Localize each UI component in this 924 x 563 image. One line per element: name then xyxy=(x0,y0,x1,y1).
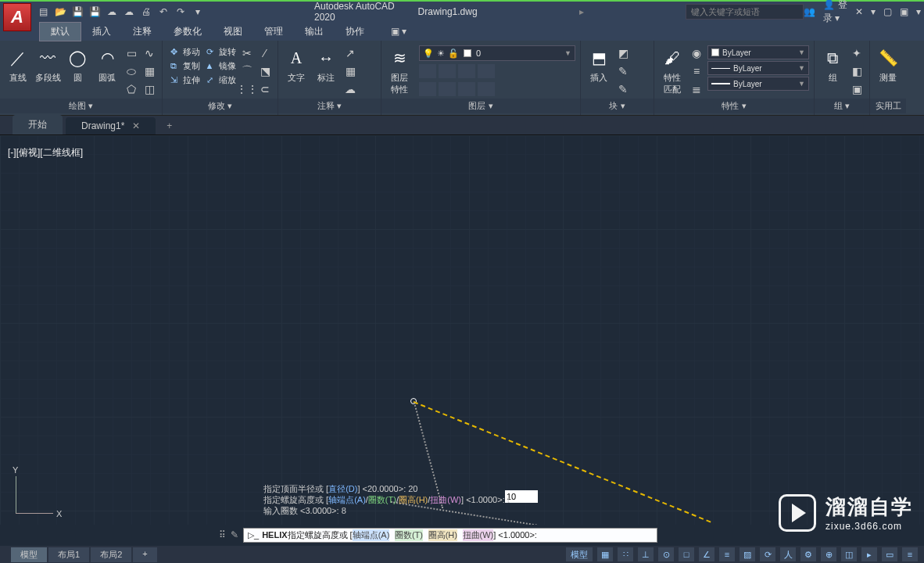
layer-uniso-icon[interactable] xyxy=(419,82,436,96)
cycling-icon[interactable]: ⟳ xyxy=(760,547,775,561)
layer-freeze-icon[interactable] xyxy=(439,64,456,78)
tab-manage[interactable]: 管理 xyxy=(253,23,294,41)
insert-button[interactable]: ⬒插入 xyxy=(586,45,612,84)
panel-annot-title[interactable]: 注释 ▾ xyxy=(278,99,381,113)
panel-block-title[interactable]: 块 ▾ xyxy=(581,99,654,113)
stretch-button[interactable]: ⇲拉伸 xyxy=(167,74,200,86)
status-model[interactable]: 模型 xyxy=(566,547,593,561)
cmd-customize-icon[interactable]: ✎ xyxy=(231,529,238,540)
scale-button[interactable]: ⤢缩放 xyxy=(203,74,236,86)
cloud-icon[interactable]: ☁ xyxy=(342,81,358,97)
matchprops-button[interactable]: 🖌特性 匹配 xyxy=(659,45,686,95)
tab-output[interactable]: 输出 xyxy=(294,23,335,41)
mirror-button[interactable]: ▲镜像 xyxy=(203,59,236,72)
snap-icon[interactable]: ∷ xyxy=(618,547,633,561)
save-icon[interactable]: 💾 xyxy=(70,5,84,19)
lineweight-icon[interactable]: ≣ xyxy=(689,81,704,97)
layer-dropdown[interactable]: 💡 ☀ 🔓 0 ▼ xyxy=(419,45,575,61)
tab-parametric[interactable]: 参数化 xyxy=(163,23,213,41)
layer-on-icon[interactable] xyxy=(458,82,475,96)
rect-icon[interactable]: ▭ xyxy=(124,45,139,61)
cleanscreen-icon[interactable]: ▭ xyxy=(882,547,897,561)
block-create-icon[interactable]: ◩ xyxy=(615,45,631,61)
dynamic-input[interactable]: 10 xyxy=(505,490,538,503)
region-icon[interactable]: ◫ xyxy=(141,81,157,97)
drawing-canvas[interactable]: [-][俯视][二维线框] 10 Y X xyxy=(0,135,924,525)
command-input[interactable]: ▷_ HELIX 指定螺旋高度或 [ 轴端点(A) 圈数(T) 圈高(H) 扭曲… xyxy=(243,528,657,543)
transparency-icon[interactable]: ▨ xyxy=(740,547,755,561)
layer-unlock-icon[interactable] xyxy=(478,82,495,96)
color-wheel-icon[interactable]: ◉ xyxy=(689,45,704,61)
layer-lock-icon[interactable] xyxy=(478,64,495,78)
panel-group-title[interactable]: 组 ▾ xyxy=(815,99,869,113)
linetype-icon[interactable]: ≡ xyxy=(689,63,704,79)
exchange-icon[interactable]: ✕ xyxy=(855,6,863,17)
arc-button[interactable]: ◠圆弧 xyxy=(94,45,120,84)
osnap-icon[interactable]: □ xyxy=(679,547,694,561)
fillet-icon[interactable]: ⌒ xyxy=(239,63,255,79)
measure-button[interactable]: 📏测量 xyxy=(875,45,901,84)
block-attr-icon[interactable]: ✎ xyxy=(615,81,631,97)
new-icon[interactable]: ▤ xyxy=(36,5,50,19)
group-sel-icon[interactable]: ▣ xyxy=(849,81,865,97)
redo-icon[interactable]: ↷ xyxy=(174,5,188,19)
lineweight-dropdown[interactable]: ByLayer▼ xyxy=(707,77,809,91)
ortho-icon[interactable]: ⊥ xyxy=(638,547,654,561)
saveas-icon[interactable]: 💾 xyxy=(88,5,102,19)
group-button[interactable]: ⧉组 xyxy=(819,45,846,84)
close-tab-icon[interactable]: ✕ xyxy=(132,120,140,131)
offset-icon[interactable]: ⊂ xyxy=(257,81,273,97)
annot-scale-icon[interactable]: 人 xyxy=(780,547,796,561)
move-button[interactable]: ✥移动 xyxy=(167,45,200,58)
group-edit-icon[interactable]: ◧ xyxy=(849,63,865,79)
table-icon[interactable]: ▦ xyxy=(342,63,358,79)
layer-iso-icon[interactable] xyxy=(419,64,436,78)
circle-button[interactable]: ◯圆 xyxy=(64,45,91,84)
cmd-handle-icon[interactable]: ⠿ xyxy=(219,529,226,540)
qat-dropdown-icon[interactable]: ▾ xyxy=(191,5,205,19)
dimension-button[interactable]: ↔标注 xyxy=(313,45,339,84)
tab-view[interactable]: 视图 xyxy=(213,23,253,41)
cloud-open-icon[interactable]: ☁ xyxy=(105,5,119,19)
plot-icon[interactable]: 🖨 xyxy=(139,5,153,19)
view-label[interactable]: [-][俯视][二维线框] xyxy=(8,146,83,160)
search-input[interactable]: 键入关键字或短语 xyxy=(686,4,804,20)
window-icon[interactable]: ▣ xyxy=(900,6,908,17)
overflow-icon[interactable]: ▾ xyxy=(916,6,921,17)
layer-thaw-icon[interactable] xyxy=(439,82,456,96)
app-logo-icon[interactable]: A xyxy=(3,3,31,31)
hardware-accel-icon[interactable]: ▸ xyxy=(861,547,877,561)
featured-apps-icon[interactable]: ▣ ▾ xyxy=(391,26,406,37)
add-tab-icon[interactable]: + xyxy=(159,117,180,134)
tab-insert[interactable]: 插入 xyxy=(81,23,122,41)
undo-icon[interactable]: ↶ xyxy=(156,5,170,19)
otrack-icon[interactable]: ∠ xyxy=(699,547,714,561)
polar-icon[interactable]: ⊙ xyxy=(658,547,674,561)
block-edit-icon[interactable]: ✎ xyxy=(615,63,631,79)
tab-annotate[interactable]: 注释 xyxy=(122,23,163,41)
help-dropdown-icon[interactable]: ▾ xyxy=(871,6,876,17)
tab-model[interactable]: 模型 xyxy=(11,547,47,562)
leader-icon[interactable]: ↗ xyxy=(342,45,358,61)
cloud-save-icon[interactable]: ☁ xyxy=(122,5,136,19)
grid-icon[interactable]: ▦ xyxy=(597,547,613,561)
array-icon[interactable]: ⋮⋮ xyxy=(239,81,255,97)
layer-off-icon[interactable] xyxy=(458,64,475,78)
minimize-icon[interactable]: ▢ xyxy=(883,6,892,17)
annotmon-icon[interactable]: ⊕ xyxy=(821,547,836,561)
polygon-icon[interactable]: ⬠ xyxy=(124,81,139,97)
isolate-icon[interactable]: ◫ xyxy=(841,547,857,561)
tab-collab[interactable]: 协作 xyxy=(335,23,375,41)
tab-layout2[interactable]: 布局2 xyxy=(91,547,131,562)
tab-start[interactable]: 开始 xyxy=(13,115,63,134)
ellipse-icon[interactable]: ⬭ xyxy=(124,63,139,79)
rotate-button[interactable]: ⟳旋转 xyxy=(203,45,236,58)
text-button[interactable]: A文字 xyxy=(283,45,310,84)
line-button[interactable]: ／直线 xyxy=(5,45,31,84)
copy-button[interactable]: ⧉复制 xyxy=(167,59,200,72)
panel-modify-title[interactable]: 修改 ▾ xyxy=(163,99,278,113)
tab-layout1[interactable]: 布局1 xyxy=(48,547,89,562)
color-dropdown[interactable]: ByLayer▼ xyxy=(707,45,809,59)
panel-props-title[interactable]: 特性 ▾ xyxy=(654,99,814,113)
tab-drawing1[interactable]: Drawing1*✕ xyxy=(66,117,156,134)
